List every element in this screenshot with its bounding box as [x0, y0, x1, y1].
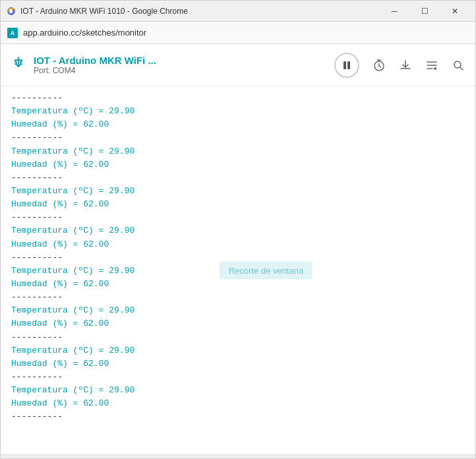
site-favicon: A — [7, 28, 18, 38]
bottom-bar: 9600 baud ▼ New Line ▼ SEND — [1, 454, 475, 459]
monitor-output: ---------- Temperatura (ºC) = 29.90 Hume… — [11, 92, 465, 424]
download-button[interactable] — [399, 59, 412, 72]
url-display[interactable]: app.arduino.cc/sketches/monitor — [23, 28, 469, 38]
window-controls: ─ ☐ ✕ — [379, 1, 470, 22]
app-header: IOT - Arduino MKR WiFi ... Port: COM4 — [1, 44, 475, 86]
close-button[interactable]: ✕ — [440, 1, 470, 22]
lines-button[interactable] — [425, 59, 438, 72]
search-button[interactable] — [452, 59, 465, 72]
title-bar: IOT - Arduino MKR WiFi 1010 - Google Chr… — [1, 1, 475, 22]
header-title-block: IOT - Arduino MKR WiFi ... Port: COM4 — [34, 55, 326, 75]
app-title: IOT - Arduino MKR WiFi ... — [34, 55, 326, 66]
svg-point-5 — [434, 67, 436, 70]
maximize-button[interactable]: ☐ — [409, 1, 440, 22]
chrome-favicon — [6, 6, 16, 16]
address-bar: A app.arduino.cc/sketches/monitor — [1, 22, 475, 44]
usb-icon — [11, 56, 26, 75]
monitor-content[interactable]: ---------- Temperatura (ºC) = 29.90 Hume… — [1, 86, 475, 454]
header-controls — [334, 53, 465, 78]
svg-rect-3 — [347, 61, 350, 69]
minimize-button[interactable]: ─ — [379, 1, 409, 22]
pause-button[interactable] — [334, 53, 359, 78]
port-label: Port: COM4 — [34, 66, 326, 75]
svg-rect-2 — [343, 61, 346, 69]
timer-button[interactable] — [372, 59, 386, 72]
monitor-wrapper: ---------- Temperatura (ºC) = 29.90 Hume… — [1, 86, 475, 454]
window-title: IOT - Arduino MKR WiFi 1010 - Google Chr… — [20, 7, 379, 16]
